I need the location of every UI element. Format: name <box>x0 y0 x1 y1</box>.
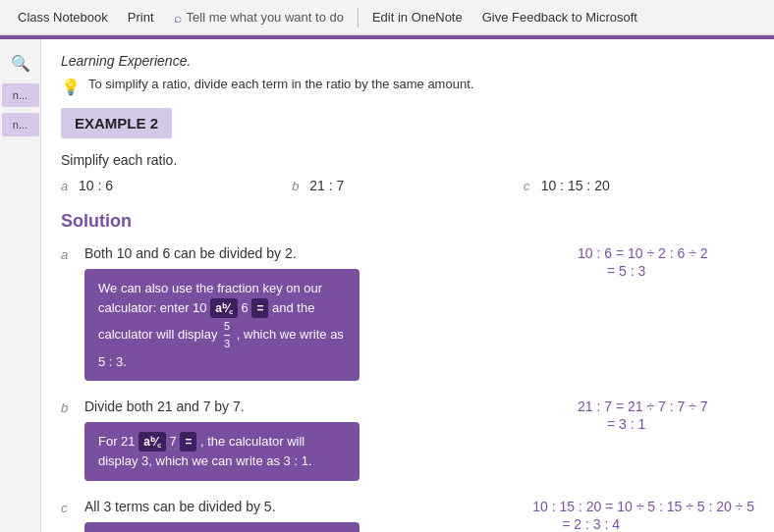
solution-b-result: = 3 : 1 <box>607 416 754 432</box>
solution-a-equation: 10 : 6 = 10 ÷ 2 : 6 ÷ 2 <box>578 245 754 261</box>
solution-c-left: All 3 terms can be divided by 5. When th… <box>84 499 503 533</box>
solution-b-equation: 21 : 7 = 21 ÷ 7 : 7 ÷ 7 <box>578 399 754 414</box>
solution-c-right: 10 : 15 : 20 = 10 ÷ 5 : 15 ÷ 5 : 20 ÷ 5 … <box>513 499 754 532</box>
calc-btn-a-1[interactable]: aᵇ⁄꜀ <box>210 298 238 318</box>
calc-btn-b-1[interactable]: aᵇ⁄꜀ <box>138 432 166 452</box>
problem-a-text: 10 : 6 <box>79 178 113 193</box>
solution-c-calc-hint: When there are more than 2 terms in the <box>84 522 359 533</box>
calc-hint-a-line2-before: calculator: enter 10 <box>98 300 207 315</box>
solution-c-description: All 3 terms can be divided by 5. <box>84 499 503 514</box>
tell-me-label: Tell me what you want to do <box>187 10 344 25</box>
tip-text: To simplify a ratio, divide each term in… <box>88 77 473 91</box>
tip-row: 💡 To simplify a ratio, divide each term … <box>61 77 754 96</box>
tip-highlight: simplify <box>105 77 147 91</box>
problems-row: a 10 : 6 b 21 : 7 c 10 : 15 : 20 <box>61 178 754 193</box>
tip-icon: 💡 <box>61 78 81 96</box>
solution-a-left: Both 10 and 6 can be divided by 2. We ca… <box>84 245 548 381</box>
problem-c-label: c <box>524 179 535 193</box>
solution-header: Solution <box>61 211 754 232</box>
solution-b-description: Divide both 21 and 7 by 7. <box>84 399 548 414</box>
problem-b-label: b <box>292 179 304 193</box>
print-button[interactable]: Print <box>118 0 164 35</box>
tell-me-search[interactable]: ⌕ Tell me what you want to do <box>164 10 354 26</box>
fraction-a-num: 5 <box>224 318 230 337</box>
solution-a-part: a <box>61 247 75 262</box>
problem-a-label: a <box>61 179 73 193</box>
problem-a: a 10 : 6 <box>61 178 292 193</box>
learning-header: Learning Experience. <box>61 47 754 77</box>
main-layout: 🔍 n... n... Learning Experience. 💡 To si… <box>0 39 774 532</box>
solution-a-calc-hint: We can also use the fraction key on our … <box>84 269 359 381</box>
solution-b-left: Divide both 21 and 7 by 7. For 21 aᵇ⁄꜀ 7… <box>84 399 548 481</box>
content-area: Learning Experience. 💡 To simplify a rat… <box>41 39 774 532</box>
sidebar-item-2[interactable]: n... <box>2 113 39 136</box>
solution-c-result: = 2 : 3 : 4 <box>562 516 754 532</box>
solution-item-a: a Both 10 and 6 can be divided by 2. We … <box>61 245 754 381</box>
calc-hint-a-line1: We can also use the fraction key on our <box>98 281 322 295</box>
solution-b-part: b <box>61 400 75 415</box>
problem-b-text: 21 : 7 <box>309 178 344 193</box>
fraction-a-den: 3 <box>224 336 230 352</box>
calc-hint-b-7-val: 7 <box>170 434 177 449</box>
solution-b-calc-hint: For 21 aᵇ⁄꜀ 7 = , the calculator will di… <box>84 422 359 481</box>
solution-c-part: c <box>61 501 75 515</box>
calc-hint-a-6-val: 6 <box>242 300 249 315</box>
give-feedback-button[interactable]: Give Feedback to Microsoft <box>472 0 647 35</box>
problem-c-text: 10 : 15 : 20 <box>541 178 610 193</box>
class-notebook-button[interactable]: Class Notebook <box>8 0 118 35</box>
solution-b-right: 21 : 7 = 21 ÷ 7 : 7 ÷ 7 = 3 : 1 <box>558 399 754 432</box>
calc-hint-b-line2: display 3, which we can write as 3 : 1. <box>98 453 312 468</box>
solution-item-b: b Divide both 21 and 7 by 7. For 21 aᵇ⁄꜀… <box>61 399 754 481</box>
sidebar-search-button[interactable]: 🔍 <box>5 47 36 79</box>
toolbar-separator <box>358 8 359 27</box>
problem-b: b 21 : 7 <box>292 178 523 193</box>
calc-hint-b-line1-before: For 21 <box>98 434 136 449</box>
eq-btn-a[interactable]: = <box>251 298 268 318</box>
calc-hint-a-line2-after: and the <box>272 300 314 315</box>
example-label: EXAMPLE 2 <box>61 108 172 138</box>
search-icon: ⌕ <box>174 10 182 26</box>
solution-item-c: c All 3 terms can be divided by 5. When … <box>61 499 754 533</box>
solution-a-right: 10 : 6 = 10 ÷ 2 : 6 ÷ 2 = 5 : 3 <box>558 245 754 279</box>
toolbar: Class Notebook Print ⌕ Tell me what you … <box>0 0 774 35</box>
solution-a-result: = 5 : 3 <box>607 263 754 279</box>
fraction-a: 5 3 <box>224 318 230 352</box>
calc-hint-a-line3-before: calculator will display <box>98 326 217 341</box>
sidebar: 🔍 n... n... <box>0 39 41 532</box>
solution-c-equation: 10 : 15 : 20 = 10 ÷ 5 : 15 ÷ 5 : 20 ÷ 5 <box>532 499 754 514</box>
simplify-label: Simplify each ratio. <box>61 152 754 168</box>
edit-onenote-button[interactable]: Edit in OneNote <box>362 0 472 35</box>
calc-hint-b-line1-after: , the calculator will <box>200 434 304 449</box>
problem-c: c 10 : 15 : 20 <box>524 178 754 193</box>
sidebar-search-icon: 🔍 <box>11 54 30 73</box>
eq-btn-b[interactable]: = <box>180 432 196 452</box>
sidebar-item-1[interactable]: n... <box>2 83 39 107</box>
solution-a-description: Both 10 and 6 can be divided by 2. <box>84 245 548 261</box>
